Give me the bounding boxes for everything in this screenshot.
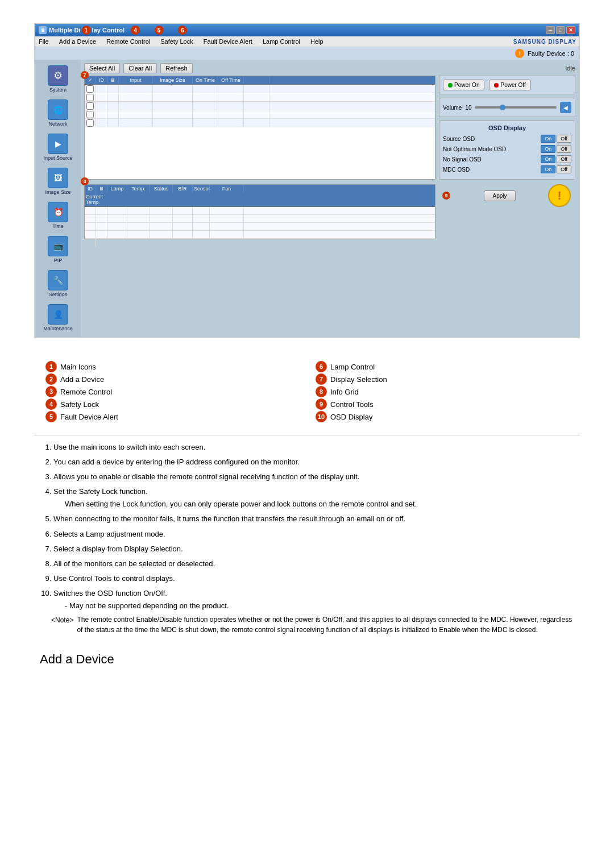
sidebar-item-system[interactable]: ⚙ System [38,63,78,95]
sidebar-item-maintenance[interactable]: 👤 Maintenance [38,302,78,334]
settings-icon: 🔧 [48,270,68,290]
refresh-button[interactable]: Refresh [160,63,193,73]
instruction-1: Use the main icons to switch into each s… [53,441,574,454]
apply-button[interactable]: Apply [484,190,515,201]
list-item: 9 Control Tools [316,398,569,410]
sidebar-label-network: Network [48,121,67,127]
maximize-button[interactable]: □ [556,26,565,34]
sidebar-label-input-source: Input Source [43,155,72,161]
legend-text-3: Remote Control [60,388,112,396]
sidebar-item-input-source[interactable]: ▶ Input Source [38,131,78,163]
sidebar-item-settings[interactable]: 🔧 Settings [38,268,78,300]
osd-row-source: Source OSD On Off [443,135,571,143]
osd-no-signal-on-button[interactable]: On [541,155,555,163]
status-text: Idle [565,65,575,72]
close-button[interactable]: ✕ [566,26,575,34]
sidebar-item-network[interactable]: 🌐 Network [38,97,78,129]
menu-fault-device-alert[interactable]: Fault Device Alert [202,38,254,45]
title-bar: 🖥 Multiple Di1lay Control 4 5 6 ─ □ ✕ [35,24,579,36]
list-item: 7 Display Selection [316,373,569,385]
menu-bar: File Add a Device Remote Control Safety … [35,36,579,47]
legend-badge-3: 3 [45,386,57,397]
input-source-icon: ▶ [48,134,68,154]
minimize-button[interactable]: ─ [546,26,555,34]
sidebar-label-time: Time [52,223,64,229]
menu-lamp-control[interactable]: Lamp Control [262,38,301,45]
panels-row: 7 ✓ ID 🖥 Input Image Size On Time Off Ti… [84,76,575,180]
apply-button-area: Apply [455,190,545,201]
osd-mdc-off-button[interactable]: Off [557,165,571,173]
info-table-row [85,215,435,223]
power-on-button[interactable]: Power On [443,80,484,90]
row-checkbox[interactable] [86,119,94,127]
power-off-button[interactable]: Power Off [489,80,530,90]
bottom-panels: 8 ID 🖥 Lamp Temp. Status B/R Sensor Fan … [84,182,575,239]
faulty-bar: ! Faulty Device : 0 [35,47,579,60]
badge-8: 8 [81,177,89,185]
image-size-icon: 🖼 [48,168,68,188]
info-header-monitor: 🖥 [96,185,107,193]
sidebar: ⚙ System 🌐 Network ▶ Input Source 🖼 Imag… [35,60,81,337]
menu-help[interactable]: Help [309,38,325,45]
osd-not-optimum-on-button[interactable]: On [541,145,555,153]
info-grid-wrapper: 8 ID 🖥 Lamp Temp. Status B/R Sensor Fan … [84,182,435,239]
section-heading-add-device: Add a Device [34,652,580,667]
volume-thumb [500,105,505,110]
legend-badge-9: 9 [316,398,327,410]
sidebar-item-image-size[interactable]: 🖼 Image Size [38,165,78,197]
sidebar-item-time[interactable]: ⏰ Time [38,200,78,231]
legend-text-4: Safety Lock [60,400,99,409]
instruction-9: Use Control Tools to control displays. [53,572,574,585]
volume-label: Volume [443,105,462,111]
grid-header-id: ID [96,76,107,84]
osd-not-optimum-off-button[interactable]: Off [557,145,571,153]
volume-arrow-button[interactable]: ◀ [560,102,571,113]
sidebar-item-pip[interactable]: 📺 PIP [38,234,78,265]
osd-source-off-button[interactable]: Off [557,135,571,143]
list-item: 1 Main Icons [45,361,298,372]
bottom-right: 9 Apply ! [439,182,575,239]
row-checkbox[interactable] [86,102,94,110]
instructions: Use the main icons to switch into each s… [34,441,580,635]
menu-remote-control[interactable]: Remote Control [105,38,151,45]
faulty-icon: ! [515,49,524,58]
menu-safety-lock[interactable]: Safety Lock [159,38,194,45]
note-text: The remote control Enable/Disable functi… [77,614,574,635]
list-item: 2 Add a Device [45,373,298,385]
legend-badge-1: 1 [45,361,57,372]
maintenance-icon: 👤 [48,304,68,325]
table-row [85,119,435,127]
menu-file[interactable]: File [38,38,50,45]
osd-mdc-label: MDC OSD [443,167,541,173]
osd-panel: OSD Display Source OSD On Off Not Optimu… [439,121,575,180]
row-checkbox[interactable] [86,94,94,101]
legend-text-8: Info Grid [330,388,359,396]
legend-text-1: Main Icons [60,363,96,371]
sidebar-label-pip: PIP [54,258,63,263]
osd-no-signal-label: No Signal OSD [443,156,541,163]
osd-row-mdc: MDC OSD On Off [443,165,571,173]
osd-source-on-button[interactable]: On [541,135,555,143]
osd-source-label: Source OSD [443,136,541,142]
select-all-button[interactable]: Select All [84,63,120,73]
osd-row-not-optimum: Not Optimum Mode OSD On Off [443,145,571,153]
legend-text-7: Display Selection [330,375,387,384]
legend-text-5: Fault Device Alert [60,413,118,421]
volume-slider[interactable] [475,106,557,109]
info-header-sensor: Sensor [193,185,210,193]
info-header-lamp: Lamp [107,185,127,193]
menu-add-device[interactable]: Add a Device [58,38,97,45]
legend-badge-7: 7 [316,373,327,385]
osd-no-signal-off-button[interactable]: Off [557,155,571,163]
row-checkbox[interactable] [86,111,94,118]
osd-mdc-on-button[interactable]: On [541,165,555,173]
right-panel: Power On Power Off Volume 10 [439,76,575,180]
legend-right: 6 Lamp Control 7 Display Selection 8 Inf… [316,361,569,423]
table-row [85,102,435,110]
clear-all-button[interactable]: Clear All [123,63,157,73]
power-on-dot [448,83,453,88]
legend-badge-8: 8 [316,386,327,397]
instruction-10-sub: - May not be supported depending on the … [65,601,229,610]
row-checkbox[interactable] [86,85,94,93]
table-row [85,93,435,102]
